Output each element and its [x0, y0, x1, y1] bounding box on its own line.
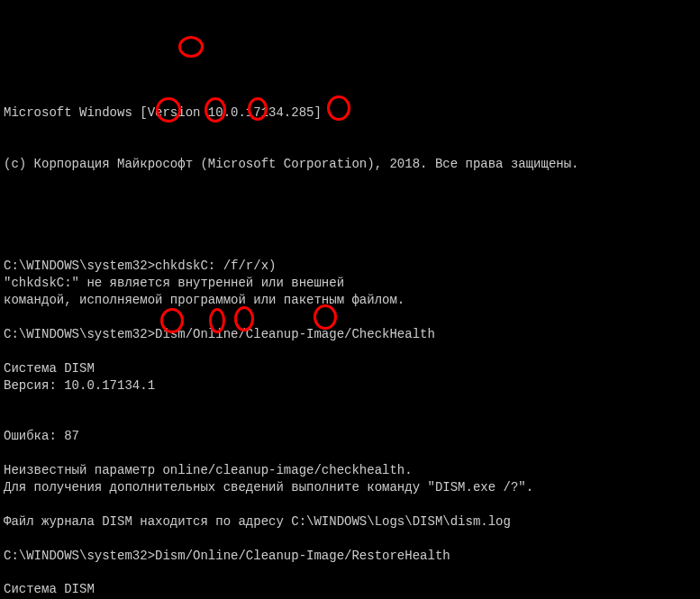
header-copyright: (c) Корпорация Майкрософт (Microsoft Cor… — [4, 156, 696, 173]
output-line: Версия: 10.0.17134.1 — [4, 377, 696, 395]
terminal-output: C:\WINDOWS\system32>chkdskC: /f/r/x)"chk… — [4, 258, 696, 599]
output-line: Cистема DISM — [4, 581, 696, 598]
output-line — [4, 394, 696, 411]
output-line — [4, 496, 696, 513]
output-line — [4, 411, 696, 428]
output-line: Для получения дополнительных сведений вы… — [4, 479, 696, 496]
output-line: Файл журнала DISM находится по адресу C:… — [4, 513, 696, 531]
output-line — [4, 343, 696, 360]
output-line: "chkdskC:" не является внутренней или вн… — [4, 275, 696, 292]
output-line — [4, 564, 696, 581]
command-prompt-window: Microsoft Windows [Version 10.0.17134.28… — [4, 71, 696, 599]
output-line — [4, 445, 696, 462]
command-line[interactable]: C:\WINDOWS\system32>chkdskC: /f/r/x) — [4, 258, 696, 275]
command-line[interactable]: C:\WINDOWS\system32>Dism/Online/Cleanup-… — [4, 548, 696, 565]
annotation-circle — [178, 36, 204, 58]
header-version: Microsoft Windows [Version 10.0.17134.28… — [4, 104, 696, 122]
output-line: Cистема DISM — [4, 360, 696, 377]
command-line[interactable]: C:\WINDOWS\system32>Dism/Online/Cleanup-… — [4, 326, 696, 343]
output-line: командой, исполняемой программой или пак… — [4, 292, 696, 309]
output-line: Неизвестный параметр online/cleanup-imag… — [4, 462, 696, 479]
output-line: Ошибка: 87 — [4, 428, 696, 445]
